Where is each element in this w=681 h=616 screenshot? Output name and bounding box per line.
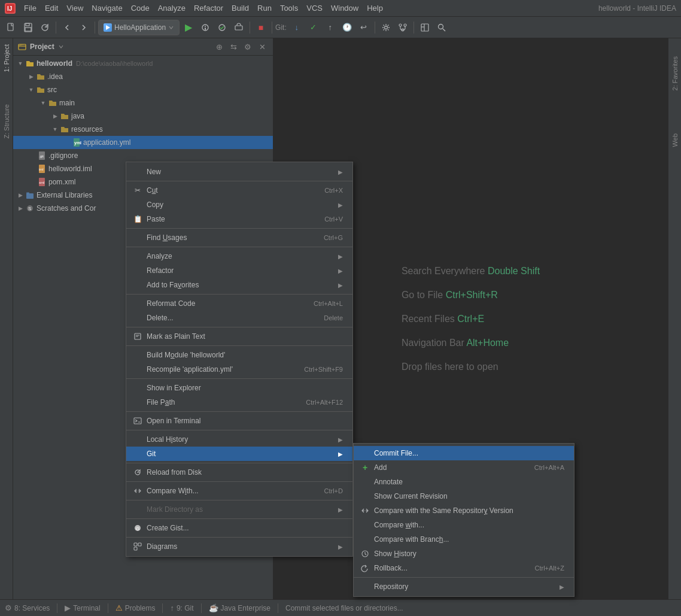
ctx-sep-10 — [126, 481, 352, 482]
ctx-build-module[interactable]: Build Module 'helloworld' — [126, 348, 352, 362]
ctx-copy[interactable]: Copy ▶ — [126, 198, 352, 212]
ctx-delete[interactable]: Delete... Delete — [126, 311, 352, 325]
ctx-history-label: Local History — [147, 435, 336, 444]
git-annotate[interactable]: Annotate — [354, 475, 574, 489]
git-update-btn[interactable]: ↓ — [289, 20, 305, 35]
tree-item-main[interactable]: main — [13, 96, 273, 110]
tree-item-helloworld[interactable]: helloworld D:\code\xiaobai\helloworld — [13, 57, 273, 70]
project-locate-btn[interactable]: ⊕ — [213, 41, 225, 53]
git-commit-btn[interactable]: ✓ — [306, 20, 321, 35]
menu-refactor[interactable]: Refactor — [190, 2, 227, 14]
menu-edit[interactable]: Edit — [41, 2, 62, 14]
save-btn[interactable] — [20, 20, 36, 35]
menu-navigate[interactable]: Navigate — [88, 2, 126, 14]
project-close-btn[interactable]: ✕ — [256, 41, 268, 53]
ctx-show-explorer[interactable]: Show in Explorer — [126, 381, 352, 395]
ctx-diagrams-label: Diagrams — [147, 542, 336, 551]
vcs-btn[interactable] — [395, 20, 411, 35]
tree-arrow-main — [38, 98, 48, 108]
ctx-file-path[interactable]: File Path Ctrl+Alt+F12 — [126, 395, 352, 409]
menu-code[interactable]: Code — [127, 2, 153, 14]
menu-help[interactable]: Help — [363, 2, 387, 14]
git-show-history[interactable]: Show History — [354, 547, 574, 561]
menu-run[interactable]: Run — [254, 2, 275, 14]
tree-item-gitignore[interactable]: .git .gitignore — [13, 149, 273, 162]
menu-vcs[interactable]: VCS — [303, 2, 326, 14]
status-services[interactable]: ⚙ 8: Services — [5, 603, 50, 612]
menu-tools[interactable]: Tools — [276, 2, 302, 14]
ctx-add-favorites[interactable]: Add to Favorites ▶ — [126, 278, 352, 292]
new-file-btn[interactable] — [4, 20, 19, 35]
tree-item-java[interactable]: java — [13, 110, 273, 123]
git-repository-label: Repository — [374, 582, 557, 591]
ctx-paste[interactable]: 📋 Paste Ctrl+V — [126, 212, 352, 226]
svg-text:G: G — [136, 526, 139, 532]
stop-btn[interactable]: ■ — [253, 20, 269, 35]
forward-btn[interactable] — [76, 20, 92, 35]
coverage-btn[interactable] — [214, 20, 230, 35]
settings-btn[interactable] — [378, 20, 394, 35]
status-terminal[interactable]: ▶ Terminal — [65, 603, 100, 612]
run-btn[interactable]: ▶ — [181, 20, 196, 35]
project-settings-btn[interactable]: ⚙ — [242, 41, 254, 53]
search-everywhere-btn[interactable] — [434, 20, 449, 35]
project-dropdown-icon[interactable] — [58, 44, 64, 50]
status-problems[interactable]: ⚠ Problems — [115, 603, 156, 612]
window-layout-btn[interactable] — [417, 20, 433, 35]
ctx-reload-disk[interactable]: Reload from Disk — [126, 465, 352, 480]
ctx-compare-with[interactable]: Compare With... Ctrl+D — [126, 484, 352, 498]
back-btn[interactable] — [59, 20, 75, 35]
ctx-refactor[interactable]: Refactor ▶ — [126, 263, 352, 278]
ctx-find-label: Find Usages — [147, 233, 312, 242]
status-git[interactable]: ↑ 9: Git — [170, 603, 193, 612]
ctx-local-history[interactable]: Local History ▶ — [126, 432, 352, 447]
ctx-open-terminal[interactable]: Open in Terminal — [126, 414, 352, 428]
profile-btn[interactable] — [231, 20, 247, 35]
git-commit-file[interactable]: Commit File... — [354, 446, 574, 460]
hint-navigation-bar: Navigation Bar Alt+Home — [402, 331, 540, 355]
git-compare-branch[interactable]: Compare with Branch... — [354, 532, 574, 547]
git-add[interactable]: + Add Ctrl+Alt+A — [354, 460, 574, 475]
structure-tab[interactable]: Z: Structure — [2, 101, 11, 142]
tree-item-idea[interactable]: .idea — [13, 70, 273, 83]
git-rollback-btn[interactable]: ↩ — [356, 20, 372, 35]
tree-item-resources[interactable]: resources — [13, 123, 273, 136]
git-rollback[interactable]: Rollback... Ctrl+Alt+Z — [354, 561, 574, 575]
status-java-enterprise[interactable]: ☕ Java Enterprise — [209, 603, 270, 612]
ctx-paste-shortcut: Ctrl+V — [324, 216, 343, 223]
git-revision-icon — [360, 491, 370, 502]
ctx-git[interactable]: Git ▶ — [126, 447, 352, 461]
ctx-recompile-icon — [132, 364, 143, 375]
project-tab[interactable]: 1: Project — [2, 41, 11, 75]
svg-rect-39 — [134, 543, 137, 546]
menu-build[interactable]: Build — [228, 2, 253, 14]
ctx-recompile[interactable]: Recompile 'application.yml' Ctrl+Shift+F… — [126, 362, 352, 377]
tree-item-application-yml[interactable]: yml application.yml — [13, 136, 273, 149]
git-repository[interactable]: Repository ▶ — [354, 579, 574, 594]
ctx-mark-plain-text[interactable]: Mark as Plain Text — [126, 329, 352, 344]
git-push-btn[interactable]: ↑ — [323, 20, 338, 35]
git-compare-repo[interactable]: Compare with the Same Repository Version — [354, 503, 574, 518]
menu-analyze[interactable]: Analyze — [154, 2, 189, 14]
ctx-diagrams[interactable]: Diagrams ▶ — [126, 539, 352, 554]
git-show-current-revision[interactable]: Show Current Revision — [354, 489, 574, 503]
git-compare-repo-label: Compare with the Same Repository Version — [374, 506, 564, 515]
favorites-tab[interactable]: 2: Favorites — [670, 53, 680, 94]
menu-window[interactable]: Window — [327, 2, 362, 14]
ctx-new[interactable]: New ▶ — [126, 165, 352, 179]
ctx-analyze[interactable]: Analyze ▶ — [126, 249, 352, 263]
debug-btn[interactable] — [197, 20, 213, 35]
project-expand-btn[interactable]: ⇆ — [227, 41, 239, 53]
menu-view[interactable]: View — [63, 2, 87, 14]
ctx-find-usages[interactable]: Find Usages Ctrl+G — [126, 230, 352, 245]
ctx-reformat[interactable]: Reformat Code Ctrl+Alt+L — [126, 296, 352, 311]
refresh-btn[interactable] — [37, 20, 53, 35]
menu-file[interactable]: File — [20, 2, 40, 14]
run-config-selector[interactable]: HelloApplication — [98, 20, 180, 35]
ctx-create-gist[interactable]: G Create Gist... — [126, 521, 352, 535]
tree-item-src[interactable]: src — [13, 83, 273, 96]
ctx-cut[interactable]: ✂ Cut Ctrl+X — [126, 183, 352, 198]
web-tab[interactable]: Web — [670, 130, 680, 150]
git-compare-with[interactable]: Compare with... — [354, 518, 574, 532]
git-history-btn[interactable]: 🕐 — [339, 20, 355, 35]
